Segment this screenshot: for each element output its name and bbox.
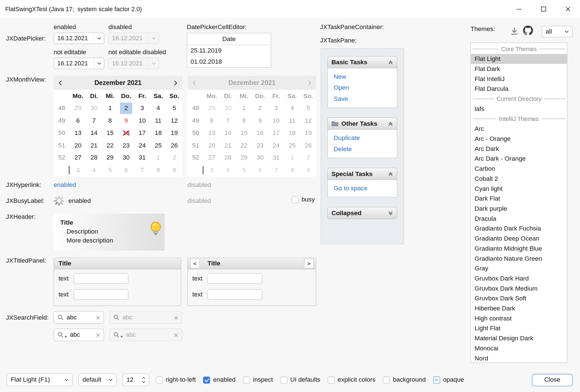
busy-checkbox[interactable]: busy [291,196,315,203]
chevron-down-icon[interactable] [94,58,104,69]
calendar-day[interactable]: 14 [86,127,102,139]
taskpane-link[interactable]: Save [334,95,391,103]
chevron-down-icon[interactable] [94,33,104,44]
calendar-day[interactable]: 4 [284,102,300,115]
calendar-day[interactable]: 9 [300,164,316,176]
titledpanel-text-input[interactable] [74,274,128,284]
titledpanel-left-button[interactable]: < [190,259,200,268]
calendar-prev-button[interactable] [58,80,62,85]
taskpane-link[interactable]: Delete [334,146,391,153]
calendar-day[interactable]: 29 [102,152,118,164]
calendar-day[interactable]: 29 [70,102,86,115]
datepicker-enabled[interactable]: 16.12.2021 [54,32,104,44]
close-button[interactable]: Close [532,374,572,386]
theme-list-item[interactable]: Monocai [471,343,567,353]
calendar-day[interactable]: 3 [134,102,150,115]
calendar-day[interactable]: 5 [102,164,118,176]
calendar-day[interactable]: 20 [70,139,86,152]
calendar-day[interactable]: 24 [268,139,284,152]
checkbox-explicit-colors[interactable]: explicit colors [328,376,376,384]
checkbox-box[interactable] [328,376,335,383]
calendar-day[interactable]: 31 [268,152,284,164]
calendar-day[interactable]: 4 [86,164,102,176]
calendar-day[interactable]: 17 [268,127,284,139]
calendar-day[interactable]: 15 [236,127,252,139]
calendar-day[interactable]: 30 [220,102,236,115]
collapse-button[interactable] [388,171,393,177]
calendar-day[interactable]: 9 [166,164,182,176]
theme-list-item[interactable]: High contrast [471,313,567,324]
search-dropdown-icon[interactable] [57,331,67,338]
calendar-day[interactable]: 12 [166,115,182,127]
theme-list-item[interactable]: lafs [471,104,567,114]
calendar-day[interactable]: 16 [118,127,134,139]
calendar-day[interactable]: 11 [284,115,300,127]
taskpane-link[interactable]: New [334,73,391,80]
clear-search-icon[interactable]: × [96,331,100,339]
theme-list-item[interactable]: Flat Light [471,54,567,64]
calendar-day[interactable]: 25 [150,139,166,152]
laf-combobox[interactable]: Flat Light (F1) [7,374,72,386]
calendar-day[interactable]: 1 [284,152,300,164]
minimize-button[interactable] [507,0,531,18]
table-cell[interactable]: 25.11.2019 [187,45,271,56]
calendar-day[interactable]: 21 [220,139,236,152]
calendar-day[interactable]: 7 [134,164,150,176]
collapse-button[interactable] [388,60,393,65]
theme-list-item[interactable]: Hiberbee Dark [471,303,567,313]
calendar-day[interactable]: 5 [300,102,316,115]
calendar-day[interactable]: 11 [150,115,166,127]
calendar-day[interactable]: 31 [134,152,150,164]
calendar-day[interactable]: 26 [300,139,316,152]
expand-button[interactable] [388,210,393,216]
theme-list-item[interactable]: Carbon [471,164,567,174]
calendar-day[interactable]: 13 [70,127,86,139]
calendar-day[interactable]: 10 [268,115,284,127]
spinner-buttons[interactable] [142,377,146,383]
calendar-day[interactable]: 14 [220,127,236,139]
theme-list-item[interactable]: Gruvbox Dark Hard [471,274,567,284]
taskpane-header-basic-tasks[interactable]: Basic Tasks [327,56,397,68]
theme-list-item[interactable]: Gruvbox Dark Medium [471,284,567,294]
theme-list-item[interactable]: Arc Dark - Orange [471,154,567,164]
theme-list-item[interactable]: Gradianto Nature Green [471,253,567,263]
calendar-day[interactable]: 7 [86,115,102,127]
theme-list-item[interactable]: Arc - Orange [471,134,567,144]
theme-list-item[interactable]: Dracula [471,214,567,224]
theme-list-item[interactable]: Arc [471,124,567,134]
theme-list-item[interactable]: Material Design Dark [471,333,567,343]
calendar-next-button[interactable] [174,80,178,85]
calendar-day[interactable]: 1 [102,102,118,115]
titledpanel-text-input[interactable] [74,289,128,300]
taskpane-header-special-tasks[interactable]: Special Tasks [327,168,397,180]
calendar-day[interactable]: 27 [70,152,86,164]
theme-list-item[interactable]: Dark purple [471,204,567,214]
calendar-day[interactable]: 28 [220,152,236,164]
theme-list-item[interactable]: Flat Dark [471,64,567,74]
calendar-day[interactable]: 8 [150,164,166,176]
calendar-day[interactable]: 19 [166,127,182,139]
theme-list-item[interactable]: Gradianto Dark Fuchsia [471,224,567,234]
checkbox-inspect[interactable]: inspect [243,376,273,384]
calendar-day[interactable]: 23 [252,139,268,152]
theme-list-item[interactable]: Cobalt 2 [471,174,567,184]
calendar-day[interactable]: 2 [252,102,268,115]
titledpanel-text-input[interactable] [208,274,262,284]
calendar-day[interactable]: 10 [134,115,150,127]
checkbox-box[interactable] [383,376,390,383]
themes-filter-combobox[interactable]: all [541,26,572,37]
calendar-day[interactable]: 19 [300,127,316,139]
titledpanel-right-button[interactable]: > [304,259,313,268]
theme-list-item[interactable]: Gruvbox Dark Soft [471,293,567,303]
calendar-day[interactable]: 2 [118,102,134,115]
theme-list-item[interactable]: Light Flat [471,323,567,333]
datepicker-not-editable[interactable]: 16.12.2021 [54,58,104,69]
datepicker-value[interactable]: 16.12.2021 [54,35,94,42]
calendar-day[interactable]: 6 [70,115,86,127]
calendar-day[interactable]: 9 [118,115,134,127]
clear-search-icon[interactable]: × [96,313,100,321]
github-button[interactable] [523,25,533,35]
maximize-button[interactable] [531,0,555,18]
calendar-day[interactable]: 21 [86,139,102,152]
calendar-day[interactable]: 3 [204,164,220,176]
